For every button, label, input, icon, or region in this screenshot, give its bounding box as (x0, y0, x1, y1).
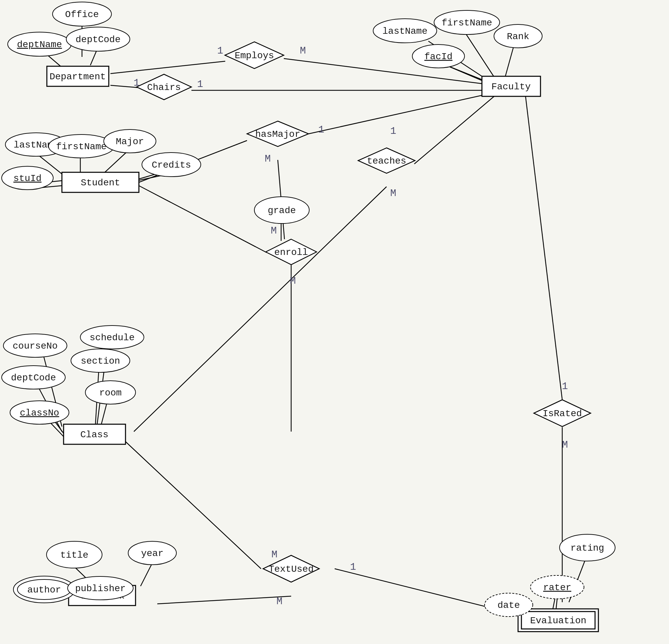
line-teaches-class (134, 187, 386, 432)
line-firstname-fac (465, 33, 494, 76)
label-schedule: schedule (90, 332, 134, 343)
label-deptcode-class: deptCode (11, 373, 56, 383)
label-office: Office (65, 9, 99, 20)
card-israted-m: M (562, 439, 568, 450)
label-teaches: teaches (367, 156, 406, 166)
label-major: Major (116, 137, 144, 147)
label-deptname: deptName (17, 40, 62, 50)
card-teaches-1: 1 (390, 126, 396, 137)
line-major-stu (104, 152, 127, 173)
card-chairs-1: 1 (133, 77, 140, 89)
label-department: Department (49, 72, 106, 82)
label-courseno: courseNo (13, 341, 58, 351)
line-fac-teaches (414, 95, 495, 164)
label-employs: Employs (234, 51, 274, 61)
label-facid: facId (424, 52, 453, 62)
label-hasmajor: hasMajor (255, 129, 300, 140)
label-rank: Rank (507, 31, 529, 42)
card-teaches-m: M (390, 188, 396, 199)
line-year-tb (141, 563, 152, 586)
label-lastname-fac: lastName (383, 26, 427, 37)
card-enroll-m1: M (271, 225, 277, 237)
label-firstname-stu: firstName (56, 142, 106, 152)
line-stu-enroll (139, 186, 267, 253)
label-student: Student (81, 178, 120, 188)
card-employs-1: 1 (217, 45, 223, 57)
label-room: room (99, 388, 122, 398)
label-rater: rater (543, 583, 571, 593)
label-class: Class (80, 430, 109, 440)
label-grade: grade (268, 205, 296, 216)
line-deptcode-dept (90, 49, 97, 65)
label-faculty: Faculty (491, 82, 531, 92)
label-title: title (60, 550, 88, 560)
label-enroll: enroll (274, 247, 308, 258)
card-employs-m: M (300, 45, 306, 57)
label-evaluation: Evaluation (530, 616, 586, 626)
card-israted-1: 1 (562, 381, 568, 392)
label-section: section (81, 356, 120, 366)
label-rating: rating (571, 543, 604, 553)
line-fac-israted (525, 95, 562, 400)
label-stuid: stuId (13, 173, 42, 184)
label-israted: IsRated (542, 409, 582, 419)
line-dept-employs (111, 61, 225, 74)
label-date: date (497, 600, 520, 611)
line-textused-tb (157, 596, 291, 604)
card-hasmajor-1: 1 (318, 124, 324, 135)
card-textused-1: 1 (350, 561, 356, 573)
label-classno: classNo (20, 408, 59, 418)
label-author: author (27, 585, 61, 595)
label-chairs: Chairs (147, 82, 181, 93)
label-credits: Credits (152, 160, 191, 170)
line-rank-fac (506, 46, 514, 76)
card-enroll-m2: M (290, 275, 296, 287)
card-textused-m1: M (271, 549, 277, 560)
label-firstname-fac: firstName (441, 18, 492, 28)
label-deptcode: deptCode (76, 34, 120, 45)
label-textused: TextUsed (269, 564, 314, 574)
label-year: year (141, 548, 163, 559)
card-hasmajor-m: M (265, 153, 271, 164)
label-publisher: publisher (75, 584, 126, 594)
card-chairs-1b: 1 (197, 78, 203, 90)
card-textused-m2: M (276, 596, 283, 607)
